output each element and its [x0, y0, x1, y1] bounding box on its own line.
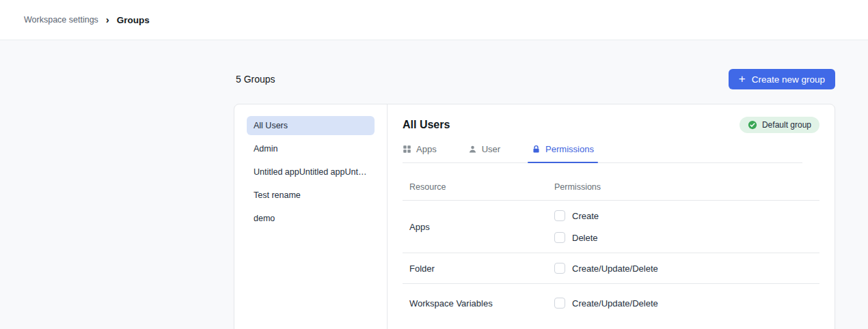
checkbox-label[interactable]: Delete — [572, 233, 598, 243]
table-row-apps: Apps Create Delete — [403, 201, 819, 253]
breadcrumb-workspace-settings[interactable]: Workspace settings — [24, 15, 98, 25]
tab-apps-label: Apps — [416, 144, 437, 154]
column-header-permissions: Permissions — [554, 182, 819, 192]
groups-page: 5 Groups + Create new group All Users Ad… — [234, 69, 835, 329]
tab-permissions-label: Permissions — [545, 144, 594, 154]
tab-apps[interactable]: Apps — [403, 144, 437, 162]
groups-count: 5 Groups — [234, 74, 275, 85]
checkbox-folder-create-update-delete[interactable] — [554, 263, 565, 274]
group-item-admin[interactable]: Admin — [247, 139, 375, 158]
permission-option-workspace-variables-cud: Create/Update/Delete — [554, 298, 819, 309]
checkbox-label[interactable]: Create/Update/Delete — [572, 263, 658, 274]
table-row-folder: Folder Create/Update/Delete — [403, 253, 819, 284]
plus-icon: + — [739, 73, 746, 85]
resource-label: Apps — [403, 222, 554, 232]
top-header: Workspace settings › Groups — [0, 0, 868, 40]
group-item-all-users[interactable]: All Users — [247, 116, 375, 135]
table-row-workspace-variables: Workspace Variables Create/Update/Delete — [403, 284, 819, 318]
group-list: All Users Admin Untitled appUntitled app… — [234, 104, 388, 329]
default-group-badge-label: Default group — [762, 120, 811, 130]
groups-toolbar: 5 Groups + Create new group — [234, 69, 835, 89]
group-title: All Users — [403, 119, 450, 131]
permissions-table-header: Resource Permissions — [403, 182, 819, 201]
default-group-badge: Default group — [740, 117, 819, 133]
checkbox-workspace-variables-create-update-delete[interactable] — [554, 298, 565, 309]
create-new-group-button[interactable]: + Create new group — [729, 69, 835, 89]
tab-user[interactable]: User — [468, 144, 500, 162]
group-item-untitled-app[interactable]: Untitled appUntitled appUntitle… — [247, 162, 375, 182]
checkbox-label[interactable]: Create — [572, 211, 599, 221]
checkbox-label[interactable]: Create/Update/Delete — [572, 298, 658, 309]
grid-icon — [403, 145, 411, 154]
group-item-test-rename[interactable]: Test rename — [247, 186, 375, 205]
column-header-resource: Resource — [403, 182, 554, 192]
check-circle-icon — [748, 120, 757, 130]
tab-permissions[interactable]: Permissions — [532, 144, 594, 162]
groups-card: All Users Admin Untitled appUntitled app… — [234, 104, 835, 329]
group-detail-header: All Users Default group — [403, 117, 819, 133]
permission-option-apps-delete: Delete — [554, 232, 819, 243]
lock-icon — [532, 145, 541, 154]
resource-label: Folder — [403, 263, 554, 274]
permission-option-folder-cud: Create/Update/Delete — [554, 263, 819, 274]
checkbox-apps-delete[interactable] — [554, 232, 565, 243]
group-item-demo[interactable]: demo — [247, 209, 375, 228]
resource-label: Workspace Variables — [403, 298, 554, 309]
permission-option-apps-create: Create — [554, 210, 819, 221]
breadcrumb: Workspace settings › Groups — [24, 15, 150, 25]
breadcrumb-current-groups: Groups — [117, 15, 150, 25]
checkbox-apps-create[interactable] — [554, 210, 565, 221]
chevron-right-icon: › — [106, 14, 109, 25]
create-new-group-label: Create new group — [752, 74, 825, 85]
user-icon — [468, 145, 477, 154]
group-detail-panel: All Users Default group Apps — [388, 104, 835, 329]
group-tabs: Apps User Permissions — [403, 144, 802, 163]
tab-user-label: User — [482, 144, 500, 154]
permissions-table: Resource Permissions Apps Create Delete — [403, 182, 819, 318]
